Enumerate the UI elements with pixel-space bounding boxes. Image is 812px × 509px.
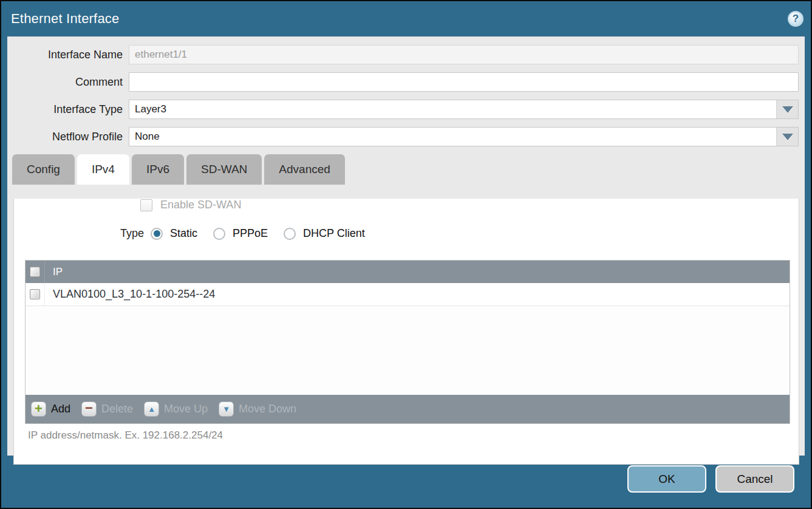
address-type-row: Type Static PPPoE DHCP Client	[120, 227, 799, 240]
form-row-interface-type: Interface Type	[7, 100, 799, 119]
comment-field	[129, 72, 799, 92]
delete-button-label: Delete	[101, 403, 133, 415]
radio-static[interactable]	[151, 228, 163, 240]
tab-ipv6[interactable]: IPv6	[132, 154, 184, 185]
move-up-button: ▲ Move Up	[144, 401, 208, 417]
add-button-label: Add	[51, 403, 70, 415]
delete-button: − Delete	[81, 401, 133, 417]
interface-type-dropdown-button[interactable]	[776, 100, 798, 118]
interface-name-input	[129, 46, 798, 64]
move-down-button-label: Move Down	[239, 403, 296, 415]
form-row-comment: Comment	[7, 72, 799, 92]
table-row[interactable]: VLAN0100_L3_10-1-100-254--24	[26, 283, 790, 306]
arrow-up-icon: ▲	[144, 401, 159, 417]
radio-pppoe-label[interactable]: PPPoE	[233, 227, 268, 240]
netflow-profile-value[interactable]	[129, 128, 776, 146]
form-row-interface-name: Interface Name	[7, 45, 799, 64]
radio-dhcp-client[interactable]	[284, 228, 296, 240]
enable-sdwan-label: Enable SD-WAN	[160, 199, 241, 211]
table-toolbar: + Add − Delete ▲ Move Up ▼ Move Down	[26, 395, 790, 423]
arrow-down-icon: ▼	[219, 401, 234, 417]
chevron-down-icon	[782, 134, 793, 140]
form-row-netflow-profile: Netflow Profile	[7, 127, 799, 146]
ip-column-header: IP	[45, 266, 63, 278]
radio-pppoe[interactable]	[213, 228, 225, 240]
tab-advanced[interactable]: Advanced	[264, 154, 345, 185]
select-all-checkbox[interactable]	[30, 267, 40, 277]
ok-button[interactable]: OK	[627, 465, 706, 493]
interface-type-label: Interface Type	[7, 103, 129, 116]
netflow-profile-label: Netflow Profile	[7, 131, 129, 143]
move-down-button: ▼ Move Down	[219, 401, 296, 417]
tab-ipv4[interactable]: IPv4	[77, 154, 129, 185]
interface-name-field	[129, 45, 799, 64]
select-all-cell	[26, 261, 45, 283]
tab-bar: Config IPv4 IPv6 SD-WAN Advanced	[7, 154, 805, 185]
ip-table-header: IP	[26, 261, 790, 283]
help-icon[interactable]: ?	[788, 11, 803, 27]
comment-label: Comment	[7, 76, 129, 89]
interface-form: Interface Name Comment Interface Type	[7, 37, 805, 146]
radio-dhcp-client-label[interactable]: DHCP Client	[303, 227, 365, 240]
type-label: Type	[120, 227, 144, 240]
chevron-down-icon	[782, 106, 793, 113]
comment-input[interactable]	[129, 73, 798, 91]
dialog-title: Ethernet Interface	[11, 11, 119, 27]
ip-table: IP VLAN0100_L3_10-1-100-254--24 + Add	[25, 260, 790, 424]
interface-type-dropdown[interactable]	[129, 100, 799, 119]
enable-sdwan-checkbox	[140, 199, 152, 211]
dialog-body: Interface Name Comment Interface Type	[7, 36, 805, 456]
ipv4-tab-panel: Enable SD-WAN Type Static PPPoE DHCP Cli…	[13, 199, 799, 465]
enable-sdwan-row: Enable SD-WAN	[140, 199, 799, 211]
cancel-button[interactable]: Cancel	[715, 465, 794, 493]
ethernet-interface-dialog: Ethernet Interface ? Interface Name Comm…	[0, 0, 812, 509]
move-up-button-label: Move Up	[164, 403, 208, 415]
plus-icon: +	[31, 401, 46, 417]
tab-sdwan[interactable]: SD-WAN	[186, 154, 262, 185]
netflow-profile-dropdown[interactable]	[129, 127, 799, 146]
table-empty-area	[26, 306, 790, 395]
row-checkbox-cell	[26, 283, 45, 306]
tab-config[interactable]: Config	[12, 154, 75, 185]
dialog-titlebar: Ethernet Interface ?	[1, 1, 811, 36]
netflow-profile-dropdown-button[interactable]	[776, 128, 798, 146]
row-checkbox[interactable]	[30, 289, 40, 299]
ip-format-hint: IP address/netmask. Ex. 192.168.2.254/24	[28, 429, 799, 442]
interface-type-value[interactable]	[129, 100, 776, 118]
interface-name-label: Interface Name	[7, 49, 129, 61]
ip-cell[interactable]: VLAN0100_L3_10-1-100-254--24	[45, 288, 215, 301]
radio-static-label[interactable]: Static	[170, 227, 197, 240]
add-button[interactable]: + Add	[31, 401, 70, 417]
minus-icon: −	[81, 401, 97, 417]
